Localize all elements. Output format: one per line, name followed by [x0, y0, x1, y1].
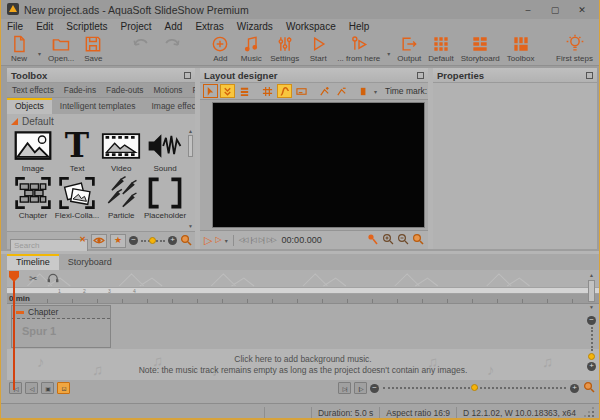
timeline-scrollbar[interactable]: 1 2 3 4 [7, 287, 599, 294]
tab-motions[interactable]: Motions [148, 83, 187, 97]
menu-scriptlets[interactable]: Scriptlets [66, 21, 107, 32]
object-image[interactable]: Image [11, 128, 55, 173]
object-particle[interactable]: Particle [99, 175, 143, 220]
keyframe-icon[interactable] [367, 231, 379, 249]
tab-text-effects[interactable]: Text effects [7, 83, 59, 97]
music-track[interactable]: ♪ ♫ ♫ ♪ ♫ ♪ ♫ Click here to add backgrou… [7, 349, 599, 380]
motion-path-button[interactable] [277, 84, 292, 98]
chapter-collapse-icon[interactable] [16, 311, 24, 314]
object-sound[interactable]: Sound [143, 128, 187, 173]
vscroll-up-icon[interactable]: ▲ [589, 272, 594, 278]
zoom-out-magnifier-icon[interactable] [397, 231, 409, 249]
vzoom-in[interactable]: + [587, 362, 596, 371]
toolbox-scrollbar[interactable]: ▲ ▼ [187, 128, 194, 229]
start-from-here-button[interactable]: ... from here [337, 34, 380, 63]
close-button[interactable]: ✕ [571, 5, 593, 15]
play-button[interactable]: ▷ [204, 235, 212, 246]
open-button[interactable]: Open... [48, 34, 74, 63]
minimize-button[interactable]: – [517, 5, 539, 15]
default-workspace-button[interactable]: Default [428, 34, 453, 63]
play-dropdown-caret[interactable]: ▾ [225, 237, 228, 244]
new-dropdown-caret[interactable]: ▾ [38, 50, 41, 57]
time-marker-button[interactable] [357, 84, 372, 98]
save-button[interactable]: Save [81, 34, 105, 63]
tab-fade-outs[interactable]: Fade-outs [101, 83, 148, 97]
music-button[interactable]: Music [239, 34, 263, 63]
scroll-down-icon[interactable]: ▼ [188, 223, 193, 229]
zoom-out-button[interactable]: − [129, 236, 138, 245]
favorites-star-button[interactable]: ★ [110, 234, 126, 248]
from-here-dropdown-caret[interactable]: ▾ [387, 50, 390, 57]
playhead-line[interactable] [13, 271, 15, 390]
timeline-zoom-handle[interactable] [471, 384, 478, 391]
start-button[interactable]: Start [306, 34, 330, 63]
vscroll-thumb[interactable] [588, 280, 595, 302]
settings-button[interactable]: Settings [270, 34, 299, 63]
magnifier-icon[interactable] [180, 232, 192, 250]
menu-edit[interactable]: Edit [36, 21, 53, 32]
storyboard-workspace-button[interactable]: Storyboard [461, 34, 500, 63]
slider-handle[interactable] [149, 237, 156, 244]
object-placeholder[interactable]: Placeholder [143, 175, 187, 220]
menu-help[interactable]: Help [349, 21, 370, 32]
add-button[interactable]: Add [208, 34, 232, 63]
vzoom-out[interactable]: − [587, 316, 596, 325]
undo-button[interactable] [129, 34, 153, 54]
remove-path-point-button[interactable] [334, 84, 349, 98]
tab-timeline[interactable]: Timeline [7, 254, 59, 270]
search-clear-icon[interactable]: ✕ [79, 235, 86, 244]
first-steps-button[interactable]: First steps [556, 34, 593, 63]
menu-add[interactable]: Add [165, 21, 183, 32]
skip-fwd-button[interactable]: ▷▷ [267, 236, 276, 244]
text-field-button[interactable] [294, 84, 309, 98]
nav-frame-button[interactable]: ▣ [41, 382, 54, 394]
default-section-header[interactable]: Default [11, 115, 187, 128]
next-frame-button[interactable]: ▷| [259, 236, 264, 244]
menu-project[interactable]: Project [120, 21, 151, 32]
object-video[interactable]: Video [99, 128, 143, 173]
scroll-up-icon[interactable]: ▲ [188, 128, 193, 134]
timeline-ruler[interactable]: 0 min [7, 294, 599, 304]
resize-grip[interactable] [584, 407, 595, 418]
scrollbar-thumb[interactable] [188, 135, 193, 157]
zoom-in-magnifier-icon[interactable] [382, 231, 394, 249]
zoom-in-button[interactable]: + [168, 236, 177, 245]
chapter-track[interactable]: Chapter Spur 1 [11, 305, 111, 348]
select-tool-button[interactable] [203, 84, 218, 98]
menu-file[interactable]: File [7, 21, 23, 32]
timeline-zoom-slider[interactable] [383, 387, 566, 389]
tab-fade-ins[interactable]: Fade-ins [59, 83, 101, 97]
align-bars-button[interactable] [237, 84, 252, 98]
zoom-fit-magnifier-icon[interactable] [412, 231, 424, 249]
toolbox-workspace-button[interactable]: Toolbox [507, 34, 535, 63]
headphones-icon[interactable] [47, 273, 59, 285]
nav-prev-button[interactable]: ◁ [25, 382, 38, 394]
auto-fit-button[interactable] [220, 84, 235, 98]
prev-frame-button[interactable]: |◁ [250, 236, 255, 244]
grid-button[interactable] [260, 84, 275, 98]
toolbox-float-button[interactable] [184, 72, 191, 79]
nav-last-button[interactable]: |▷ [354, 382, 367, 394]
object-text[interactable]: T Text [55, 128, 99, 173]
timeline-zoom-out[interactable]: − [370, 384, 379, 393]
new-button[interactable]: New [7, 34, 31, 63]
properties-float-button[interactable] [586, 72, 593, 79]
object-flexi-collage[interactable]: Flexi-Colla... [55, 175, 99, 220]
icon-size-slider[interactable] [141, 240, 165, 242]
tab-objects[interactable]: Objects [7, 98, 52, 114]
nav-next-button[interactable]: ▷| [338, 382, 351, 394]
preview-eye-button[interactable] [91, 234, 107, 248]
vzoom-slider[interactable] [591, 327, 593, 351]
vscroll-down-icon[interactable]: ▼ [589, 304, 594, 310]
timeline-zoom-in[interactable]: + [570, 384, 579, 393]
vzoom-handle[interactable] [588, 353, 595, 360]
skip-back-button[interactable]: ◁◁ [239, 236, 248, 244]
scissors-icon[interactable]: ✂ [29, 273, 37, 284]
preview-canvas[interactable] [212, 102, 425, 228]
marker-dropdown-caret[interactable]: ▾ [374, 88, 377, 95]
maximize-button[interactable]: ▢ [544, 5, 566, 15]
track-spur1[interactable]: Spur 1 [12, 319, 110, 337]
redo-button[interactable] [160, 34, 184, 54]
menu-wizards[interactable]: Wizards [237, 21, 273, 32]
object-chapter[interactable]: Chapter [11, 175, 55, 220]
